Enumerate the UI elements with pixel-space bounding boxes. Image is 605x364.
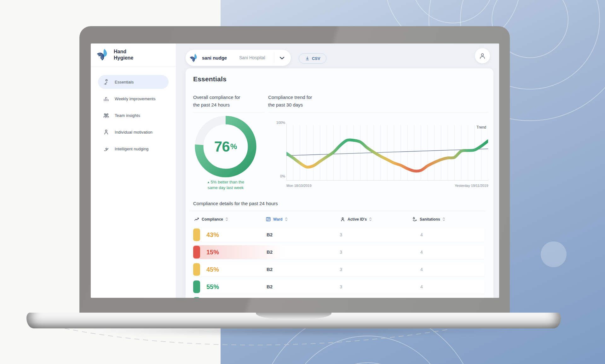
x-axis-start-label: Mon 18/10/2019: [286, 184, 312, 188]
compliance-color-chip: [193, 280, 200, 293]
sidebar-item-label: Intelligent nudging: [115, 147, 148, 151]
table-divider: [189, 211, 486, 211]
sidebar-item-label: Essentials: [115, 80, 134, 84]
x-axis-end-label: Yesterday 19/11/2019: [387, 184, 488, 188]
trend-up-icon: [194, 217, 199, 222]
column-header-compliance[interactable]: Compliance: [194, 217, 228, 222]
column-header-sanitations[interactable]: Sanitations: [412, 217, 445, 222]
sidebar-menu: EssentialsWeekly improvementsTeam insigh…: [98, 75, 169, 159]
column-header-active-ids[interactable]: Active ID's: [340, 217, 372, 222]
sidebar: Hand Hygiene EssentialsWeekly improvemen…: [91, 43, 176, 298]
column-label: Sanitations: [420, 217, 440, 222]
person-icon: [340, 217, 345, 222]
person-icon: [478, 52, 487, 60]
hand-hygiene-logo-icon: [97, 48, 109, 61]
sort-icon[interactable]: [442, 217, 445, 221]
sidebar-item-weekly-improvements[interactable]: Weekly improvements: [98, 92, 169, 106]
sidebar-item-intelligent-nudging[interactable]: Intelligent nudging: [98, 142, 169, 156]
cell-ward: B2: [267, 245, 273, 259]
download-icon: [305, 56, 310, 61]
chevron-down-icon[interactable]: [278, 54, 286, 62]
cell-ward: B2: [267, 280, 273, 294]
compliance-color-chip: [193, 263, 200, 276]
table-title: Compliance details for the past 24 hours: [193, 201, 278, 206]
hospital-name: Sani Hospital: [239, 50, 265, 66]
section-divider: [193, 112, 264, 113]
sort-icon[interactable]: [225, 217, 228, 221]
essentials-card: Essentials Overall compliance for the pa…: [186, 68, 493, 298]
cell-ward: B2: [267, 228, 273, 242]
section-divider: [269, 112, 488, 113]
ward-icon: [266, 217, 271, 222]
sidebar-item-team-insights[interactable]: Team insights: [98, 108, 169, 122]
team-insights-icon: [103, 112, 110, 119]
app-title-line1: Hand: [114, 49, 133, 55]
cell-active-ids: 3: [340, 228, 342, 242]
sort-icon[interactable]: [369, 217, 372, 221]
sort-icon[interactable]: [285, 217, 288, 221]
column-label: Active ID's: [348, 217, 367, 222]
pill-divider: [274, 52, 274, 63]
cell-active-ids: 3: [340, 245, 342, 259]
app-title: Hand Hygiene: [114, 49, 133, 61]
cell-compliance: 45%: [206, 263, 219, 276]
column-label: Ward: [273, 217, 283, 222]
cell-active-ids: 3: [340, 280, 342, 294]
cell-active-ids: 3: [340, 263, 342, 276]
donut-value: 76%: [194, 115, 257, 178]
donut-section-title: Overall compliance for the past 24 hours: [193, 94, 240, 109]
trend-section-title: Compliance trend for the past 30 days: [268, 94, 312, 109]
laptop-screen: Hand Hygiene EssentialsWeekly improvemen…: [91, 43, 499, 298]
cell-ward: B2: [267, 263, 273, 276]
table-row[interactable]: 55%B234: [192, 280, 485, 294]
donut-caption: ▲5% better than the same day last week: [191, 179, 260, 191]
sidebar-item-label: Team insights: [115, 113, 140, 118]
cell-sanitations: 4: [420, 228, 423, 242]
table-row[interactable]: 15%B234: [192, 245, 485, 259]
individual-motivation-icon: [103, 129, 110, 136]
cell-sanitations: 4: [420, 263, 423, 276]
table-row[interactable]: 43%B234: [192, 228, 485, 242]
brand-name: sani nudge: [202, 50, 227, 66]
sidebar-item-individual-motivation[interactable]: Individual motivation: [98, 125, 169, 139]
y-axis-max-label: 100%: [270, 121, 285, 124]
sidebar-item-label: Weekly improvements: [115, 96, 156, 101]
laptop-bezel: Hand Hygiene EssentialsWeekly improvemen…: [79, 26, 510, 313]
table-row[interactable]: 45%B234: [192, 263, 485, 276]
compliance-trend-chart: [286, 123, 488, 180]
sanitations-icon: [412, 217, 418, 222]
marketing-scene: Hand Hygiene EssentialsWeekly improvemen…: [0, 0, 605, 364]
column-header-ward[interactable]: Ward: [266, 217, 288, 222]
user-avatar-button[interactable]: [475, 48, 490, 63]
cell-compliance: 15%: [206, 245, 219, 259]
decor-circle: [541, 241, 567, 267]
csv-download-button[interactable]: CSV: [299, 53, 326, 64]
y-axis-min-label: 0%: [272, 174, 285, 178]
main-area: sani nudge Sani Hospital CSV: [176, 43, 499, 298]
essentials-icon: [103, 78, 110, 85]
table-row[interactable]: [192, 297, 485, 298]
csv-label: CSV: [312, 56, 320, 61]
column-label: Compliance: [202, 217, 223, 222]
cell-sanitations: 4: [420, 245, 423, 259]
app-title-line2: Hygiene: [114, 55, 133, 61]
cell-sanitations: 4: [420, 280, 423, 294]
page-title: Essentials: [193, 75, 227, 83]
intelligent-nudging-icon: [103, 145, 110, 152]
weekly-improvements-icon: [103, 95, 110, 102]
compliance-donut-chart: 76%: [194, 115, 257, 178]
hospital-selector[interactable]: sani nudge Sani Hospital: [186, 50, 291, 66]
cell-compliance: 55%: [206, 280, 219, 294]
cell-compliance: 43%: [206, 228, 219, 242]
sidebar-item-label: Individual motivation: [115, 130, 153, 135]
up-triangle-icon: ▲: [207, 181, 210, 184]
sani-nudge-logo-icon: [190, 53, 199, 63]
compliance-color-chip: [193, 228, 200, 241]
table-header: ComplianceWardActive ID'sSanitations: [186, 217, 493, 225]
trend-legend: Trend: [457, 125, 486, 130]
compliance-color-chip: [193, 246, 200, 258]
sidebar-item-essentials[interactable]: Essentials: [98, 75, 169, 89]
compliance-color-chip: [193, 297, 200, 298]
sidebar-divider: [91, 66, 176, 66]
